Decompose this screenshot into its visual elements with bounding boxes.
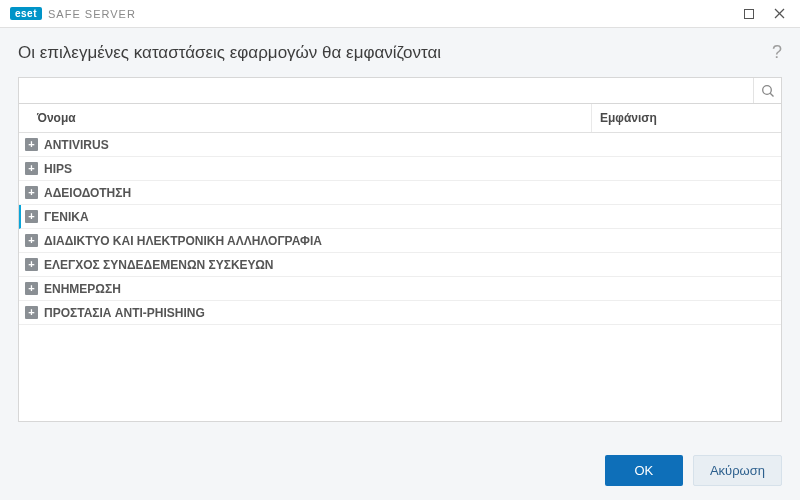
search-icon	[761, 84, 775, 98]
expand-icon[interactable]: +	[25, 306, 38, 319]
category-row[interactable]: +ANTIVIRUS	[19, 133, 781, 157]
footer: OK Ακύρωση	[0, 443, 800, 500]
svg-line-4	[770, 93, 773, 96]
close-icon	[774, 8, 785, 19]
category-row[interactable]: +ΕΛΕΓΧΟΣ ΣΥΝΔΕΔΕΜΕΝΩΝ ΣΥΣΚΕΥΩΝ	[19, 253, 781, 277]
help-button[interactable]: ?	[772, 42, 782, 63]
question-icon: ?	[772, 42, 782, 62]
titlebar: eset SAFE SERVER	[0, 0, 800, 28]
content-area: Οι επιλεγμένες καταστάσεις εφαρμογών θα …	[0, 28, 800, 500]
expand-icon[interactable]: +	[25, 186, 38, 199]
brand-badge: eset	[10, 7, 42, 20]
category-row[interactable]: +ΠΡΟΣΤΑΣΙΑ ANTI-PHISHING	[19, 301, 781, 325]
category-row[interactable]: +ΕΝΗΜΕΡΩΣΗ	[19, 277, 781, 301]
expand-icon[interactable]: +	[25, 162, 38, 175]
square-icon	[744, 9, 754, 19]
svg-rect-0	[745, 9, 754, 18]
cancel-button[interactable]: Ακύρωση	[693, 455, 782, 486]
category-row[interactable]: +ΓΕΝΙΚΑ	[19, 205, 781, 229]
expand-icon[interactable]: +	[25, 282, 38, 295]
search-row	[18, 77, 782, 104]
category-label: ANTIVIRUS	[44, 134, 591, 156]
expand-icon[interactable]: +	[25, 210, 38, 223]
brand: eset SAFE SERVER	[10, 7, 136, 20]
category-label: ΕΝΗΜΕΡΩΣΗ	[44, 278, 591, 300]
category-label: HIPS	[44, 158, 591, 180]
category-label: ΔΙΑΔΙΚΤΥΟ ΚΑΙ ΗΛΕΚΤΡΟΝΙΚΗ ΑΛΛΗΛΟΓΡΑΦΙΑ	[44, 230, 591, 252]
category-row[interactable]: +ΔΙΑΔΙΚΤΥΟ ΚΑΙ ΗΛΕΚΤΡΟΝΙΚΗ ΑΛΛΗΛΟΓΡΑΦΙΑ	[19, 229, 781, 253]
category-label: ΓΕΝΙΚΑ	[44, 206, 591, 228]
expand-icon[interactable]: +	[25, 258, 38, 271]
header-row: Οι επιλεγμένες καταστάσεις εφαρμογών θα …	[0, 28, 800, 71]
category-label: ΠΡΟΣΤΑΣΙΑ ANTI-PHISHING	[44, 302, 591, 324]
search-input[interactable]	[19, 78, 753, 103]
grid-body: +ANTIVIRUS+HIPS+ΑΔΕΙΟΔΟΤΗΣΗ+ΓΕΝΙΚΑ+ΔΙΑΔΙ…	[19, 133, 781, 421]
grid-header: Όνομα Εμφάνιση	[19, 104, 781, 133]
svg-point-3	[762, 85, 771, 94]
page-title: Οι επιλεγμένες καταστάσεις εφαρμογών θα …	[18, 43, 772, 63]
panel: Όνομα Εμφάνιση +ANTIVIRUS+HIPS+ΑΔΕΙΟΔΟΤΗ…	[0, 71, 800, 443]
category-label: ΕΛΕΓΧΟΣ ΣΥΝΔΕΔΕΜΕΝΩΝ ΣΥΣΚΕΥΩΝ	[44, 254, 591, 276]
status-grid: Όνομα Εμφάνιση +ANTIVIRUS+HIPS+ΑΔΕΙΟΔΟΤΗ…	[18, 104, 782, 422]
column-header-show[interactable]: Εμφάνιση	[591, 104, 781, 132]
expand-icon[interactable]: +	[25, 138, 38, 151]
expand-icon[interactable]: +	[25, 234, 38, 247]
category-label: ΑΔΕΙΟΔΟΤΗΣΗ	[44, 182, 591, 204]
search-button[interactable]	[753, 78, 781, 103]
category-row[interactable]: +HIPS	[19, 157, 781, 181]
category-row[interactable]: +ΑΔΕΙΟΔΟΤΗΣΗ	[19, 181, 781, 205]
window-close-button[interactable]	[764, 4, 794, 24]
ok-button[interactable]: OK	[605, 455, 683, 486]
brand-product-name: SAFE SERVER	[48, 8, 136, 20]
window-maximize-button[interactable]	[734, 4, 764, 24]
column-header-name[interactable]: Όνομα	[19, 104, 591, 132]
